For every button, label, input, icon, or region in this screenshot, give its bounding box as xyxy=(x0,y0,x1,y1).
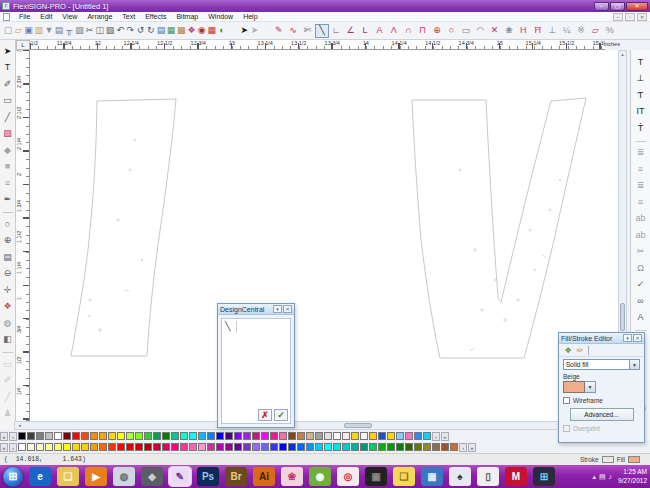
palette-first-button[interactable]: « xyxy=(0,443,8,452)
taskbar-computer-app[interactable]: ▦ xyxy=(421,467,443,486)
quarter-tool-icon[interactable]: ¼ xyxy=(559,24,573,38)
volume-icon[interactable]: ♪ xyxy=(609,473,613,480)
align-right-icon[interactable]: ≣ xyxy=(633,178,648,195)
palette-last-button[interactable]: » xyxy=(441,432,449,441)
taskbar-notes-app[interactable]: ❏ xyxy=(393,467,415,486)
menu-item[interactable]: Edit xyxy=(35,13,57,20)
color-swatch[interactable] xyxy=(405,443,413,451)
menu-item[interactable]: Arrange xyxy=(82,13,117,20)
percent-tool-icon[interactable]: % xyxy=(602,24,616,38)
export-icon[interactable]: ▼ xyxy=(44,24,54,38)
redo-icon[interactable]: ↷ xyxy=(125,24,135,38)
redo-multiple-icon[interactable]: ↻ xyxy=(146,24,156,38)
color-swatch[interactable] xyxy=(315,432,323,440)
wireframe-checkbox[interactable] xyxy=(563,397,570,404)
color-swatch[interactable] xyxy=(90,443,98,451)
color-swatch[interactable] xyxy=(405,432,413,440)
palette-first-button[interactable]: « xyxy=(0,432,8,441)
color-swatch[interactable] xyxy=(216,432,224,440)
corner-tool-icon[interactable]: ∟ xyxy=(329,24,343,38)
color-swatch[interactable] xyxy=(117,443,125,451)
color-swatch[interactable] xyxy=(18,432,26,440)
color-swatch[interactable] xyxy=(423,443,431,451)
color-swatch[interactable] xyxy=(414,443,422,451)
color-swatch[interactable] xyxy=(270,443,278,451)
spell-check-icon[interactable]: ✓ xyxy=(633,277,648,294)
marquee-tool-icon-disabled[interactable]: ▭ xyxy=(1,356,14,373)
color-swatch[interactable] xyxy=(378,432,386,440)
color-swatch[interactable] xyxy=(225,443,233,451)
kerning-icon[interactable]: ab xyxy=(633,211,648,228)
align-center-icon[interactable]: ≡ xyxy=(633,161,648,178)
line-tool-icon[interactable]: ╲ xyxy=(315,24,329,38)
menu-item[interactable]: Window xyxy=(203,13,238,20)
palette-last-button[interactable]: » xyxy=(468,443,476,452)
letter-outline-tool-icon[interactable]: A xyxy=(372,24,386,38)
rip-print-icon[interactable]: ▨ xyxy=(74,24,84,38)
color-swatch[interactable] xyxy=(225,432,233,440)
color-swatch[interactable] xyxy=(117,432,125,440)
color-swatch[interactable] xyxy=(279,432,287,440)
bezier-tool-icon[interactable]: ╱ xyxy=(1,109,14,126)
color-swatch[interactable] xyxy=(207,443,215,451)
color-swatch[interactable] xyxy=(18,443,26,451)
panel-collapse-button[interactable]: ▾ xyxy=(273,305,282,313)
taskbar-internet-explorer[interactable]: e xyxy=(29,467,51,486)
advanced-button[interactable]: Advanced... xyxy=(570,408,634,421)
palette-prev-button[interactable]: ‹ xyxy=(9,443,17,452)
select-arrow-icon[interactable]: ➤ xyxy=(239,24,249,38)
color-swatch[interactable] xyxy=(153,443,161,451)
color-swatch[interactable] xyxy=(369,432,377,440)
justify-icon[interactable]: ≡ xyxy=(633,194,648,211)
color-swatch[interactable] xyxy=(342,443,350,451)
menu-item[interactable]: Effects xyxy=(140,13,171,20)
color-swatch[interactable] xyxy=(432,443,440,451)
stroke-tab-icon[interactable]: ✏ xyxy=(574,345,586,356)
zoom-in-tool-icon[interactable]: ⊕ xyxy=(1,233,14,250)
pan-tool-icon[interactable]: ✛ xyxy=(1,282,14,299)
pen-tool-icon[interactable]: ✒ xyxy=(1,192,14,209)
color-swatch[interactable] xyxy=(333,432,341,440)
color-swatch[interactable] xyxy=(234,443,242,451)
paste-icon[interactable]: ▧ xyxy=(105,24,115,38)
panel-collapse-button[interactable]: ▾ xyxy=(623,334,632,342)
color-swatch[interactable] xyxy=(99,443,107,451)
menu-item[interactable]: Help xyxy=(238,13,262,20)
panel-close-button[interactable]: ✕ xyxy=(283,305,292,313)
color-swatch[interactable] xyxy=(441,443,449,451)
horizontal-scrollbar[interactable]: ◄ ► xyxy=(14,421,618,430)
cylinder-tool-icon[interactable]: ▭ xyxy=(459,24,473,38)
color-swatch[interactable] xyxy=(351,443,359,451)
shear-tool-icon[interactable]: ✕ xyxy=(487,24,501,38)
color-swatch[interactable] xyxy=(144,443,152,451)
color-swatch[interactable] xyxy=(198,443,206,451)
measure-tool-icon[interactable]: ≡ xyxy=(1,175,14,192)
mdi-restore-button[interactable]: ▫ xyxy=(625,13,635,21)
color-swatch[interactable] xyxy=(207,432,215,440)
color-swatches-icon[interactable]: ▦ xyxy=(207,24,217,38)
zoom-tool-icon[interactable]: ○ xyxy=(1,216,14,233)
color-swatch[interactable] xyxy=(27,443,35,451)
stroke-color-indicator[interactable] xyxy=(602,456,614,463)
start-button[interactable]: ⊞ xyxy=(3,467,23,487)
color-swatch[interactable] xyxy=(81,432,89,440)
color-swatch[interactable] xyxy=(252,432,260,440)
color-swatch[interactable] xyxy=(450,443,458,451)
color-swatch[interactable] xyxy=(54,443,62,451)
text-arc-icon[interactable]: Ṫ xyxy=(633,120,648,137)
fill-stroke-title-bar[interactable]: Fill/Stroke Editor ▾ ✕ xyxy=(559,333,644,344)
open-file-icon[interactable]: ▱ xyxy=(13,24,23,38)
reference-tool-icon[interactable]: ※ xyxy=(574,24,588,38)
color-swatch[interactable] xyxy=(369,443,377,451)
scroll-left-button[interactable]: ◄ xyxy=(15,422,24,429)
color-swatch[interactable] xyxy=(360,443,368,451)
cancel-button[interactable]: ✗ xyxy=(258,409,272,421)
color-swatch[interactable] xyxy=(198,432,206,440)
color-swatch[interactable] xyxy=(297,443,305,451)
save-icon[interactable]: ▣ xyxy=(23,24,33,38)
color-swatch[interactable] xyxy=(126,443,134,451)
i-beam-tool-icon[interactable]: ⊥ xyxy=(545,24,559,38)
zoom-out-tool-icon[interactable]: ⊖ xyxy=(1,266,14,283)
maximize-button[interactable]: ▢ xyxy=(610,2,625,11)
knife-tool-icon-disabled[interactable]: ╱ xyxy=(1,389,14,406)
